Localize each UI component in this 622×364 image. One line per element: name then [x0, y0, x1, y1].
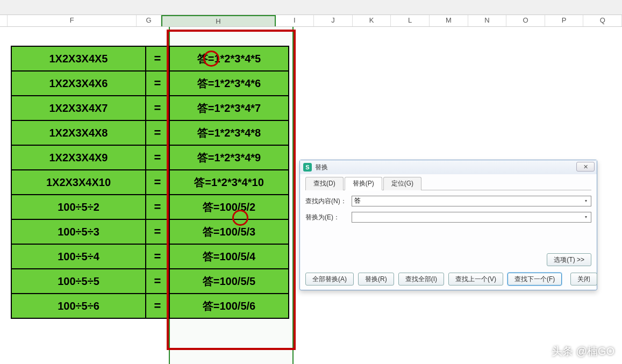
- cell-g[interactable]: =: [146, 294, 169, 318]
- find-label: 查找内容(N)：: [305, 197, 352, 206]
- replace-all-button[interactable]: 全部替换(A): [305, 273, 354, 286]
- dropdown-arrow-icon[interactable]: ▾: [582, 213, 590, 221]
- tab-goto[interactable]: 定位(G): [383, 177, 421, 190]
- cell-g[interactable]: =: [146, 46, 169, 71]
- cell-f[interactable]: 100÷5÷6: [11, 294, 146, 318]
- cell-h[interactable]: 答=100/5/2: [169, 195, 289, 219]
- table-row: 100÷5÷6=答=100/5/6: [11, 294, 289, 318]
- find-input[interactable]: 答▾: [352, 196, 591, 206]
- cell-g[interactable]: =: [146, 219, 169, 244]
- colhead-H[interactable]: H: [161, 15, 276, 26]
- replace-row: 替换为(E)： ▾: [305, 212, 591, 223]
- cell-f[interactable]: 1X2X3X4X10: [11, 170, 146, 195]
- table-row: 1X2X3X4X9=答=1*2*3*4*9: [11, 145, 289, 170]
- spreadsheet-grid[interactable]: 1X2X3X4X5=答=1*2*3*4*51X2X3X4X6=答=1*2*3*4…: [0, 27, 622, 364]
- options-button[interactable]: 选项(T) >>: [547, 253, 591, 266]
- colhead-Q[interactable]: Q: [583, 15, 622, 26]
- cell-g[interactable]: =: [146, 120, 169, 145]
- cell-h[interactable]: 答=100/5/6: [169, 294, 289, 318]
- replace-label: 替换为(E)：: [305, 213, 352, 222]
- cell-h[interactable]: 答=1*2*3*4*6: [169, 71, 289, 96]
- window-titlebar-area: [0, 0, 622, 15]
- cell-g[interactable]: =: [146, 96, 169, 120]
- close-button[interactable]: 关闭: [570, 273, 597, 286]
- cell-g[interactable]: =: [146, 195, 169, 219]
- table-row: 1X2X3X4X6=答=1*2*3*4*6: [11, 71, 289, 96]
- colhead-O[interactable]: O: [506, 15, 545, 26]
- cell-f[interactable]: 1X2X3X4X5: [11, 46, 146, 71]
- dialog-tabs: 查找(D) 替换(P) 定位(G): [305, 176, 591, 190]
- find-prev-button[interactable]: 查找上一个(V): [448, 273, 503, 286]
- table-row: 1X2X3X4X8=答=1*2*3*4*8: [11, 120, 289, 145]
- table-row: 100÷5÷2=答=100/5/2: [11, 195, 289, 219]
- table-row: 1X2X3X4X7=答=1*2*3*4*7: [11, 96, 289, 120]
- cell-g[interactable]: =: [146, 145, 169, 170]
- cell-g[interactable]: =: [146, 170, 169, 195]
- tab-find[interactable]: 查找(D): [305, 177, 344, 190]
- find-all-button[interactable]: 查找全部(I): [398, 273, 444, 286]
- table-row: 1X2X3X4X5=答=1*2*3*4*5: [11, 46, 289, 71]
- dialog-title-text: 替换: [315, 163, 328, 172]
- cell-f[interactable]: 100÷5÷3: [11, 219, 146, 244]
- rowhead-corner: [0, 15, 8, 26]
- colhead-I[interactable]: I: [276, 15, 314, 26]
- cell-h[interactable]: 答=1*2*3*4*5: [169, 46, 289, 71]
- find-row: 查找内容(N)： 答▾: [305, 196, 591, 206]
- cell-f[interactable]: 100÷5÷2: [11, 195, 146, 219]
- cell-h[interactable]: 答=100/5/5: [169, 269, 289, 294]
- cell-h[interactable]: 答=1*2*3*4*8: [169, 120, 289, 145]
- cell-h[interactable]: 答=1*2*3*4*10: [169, 170, 289, 195]
- colhead-N[interactable]: N: [468, 15, 507, 26]
- colhead-P[interactable]: P: [545, 15, 584, 26]
- column-headers: F G H I J K L M N O P Q: [0, 15, 622, 27]
- table-row: 100÷5÷3=答=100/5/3: [11, 219, 289, 244]
- app-icon: S: [303, 163, 312, 172]
- table-row: 100÷5÷5=答=100/5/5: [11, 269, 289, 294]
- colhead-J[interactable]: J: [314, 15, 353, 26]
- cell-h[interactable]: 答=100/5/3: [169, 219, 289, 244]
- cell-f[interactable]: 1X2X3X4X7: [11, 96, 146, 120]
- table-row: 100÷5÷4=答=100/5/4: [11, 244, 289, 269]
- data-table: 1X2X3X4X5=答=1*2*3*4*51X2X3X4X6=答=1*2*3*4…: [11, 46, 289, 319]
- cell-f[interactable]: 1X2X3X4X8: [11, 120, 146, 145]
- watermark: 头条 @楠GO: [552, 344, 614, 359]
- table-row: 1X2X3X4X10=答=1*2*3*4*10: [11, 170, 289, 195]
- colhead-L[interactable]: L: [391, 15, 430, 26]
- dialog-button-row: 全部替换(A) 替换(R) 查找全部(I) 查找上一个(V) 查找下一个(F) …: [305, 273, 591, 286]
- cell-g[interactable]: =: [146, 71, 169, 96]
- find-replace-dialog: S 替换 ✕ 查找(D) 替换(P) 定位(G) 查找内容(N)： 答▾ 替换为…: [299, 160, 597, 290]
- cell-h[interactable]: 答=100/5/4: [169, 244, 289, 269]
- dialog-close-button[interactable]: ✕: [576, 162, 595, 172]
- cell-h[interactable]: 答=1*2*3*4*7: [169, 96, 289, 120]
- cell-f[interactable]: 1X2X3X4X6: [11, 71, 146, 96]
- dropdown-arrow-icon[interactable]: ▾: [582, 197, 590, 205]
- find-next-button[interactable]: 查找下一个(F): [507, 273, 562, 286]
- cell-f[interactable]: 100÷5÷4: [11, 244, 146, 269]
- cell-g[interactable]: =: [146, 269, 169, 294]
- cell-h[interactable]: 答=1*2*3*4*9: [169, 145, 289, 170]
- cell-f[interactable]: 100÷5÷5: [11, 269, 146, 294]
- colhead-F[interactable]: F: [8, 15, 137, 26]
- colhead-K[interactable]: K: [353, 15, 391, 26]
- replace-input[interactable]: ▾: [352, 212, 591, 223]
- colhead-G[interactable]: G: [137, 15, 161, 26]
- colhead-M[interactable]: M: [430, 15, 468, 26]
- tab-replace[interactable]: 替换(P): [345, 177, 382, 190]
- cell-f[interactable]: 1X2X3X4X9: [11, 145, 146, 170]
- dialog-body: 查找(D) 替换(P) 定位(G) 查找内容(N)： 答▾ 替换为(E)： ▾ …: [300, 174, 597, 290]
- replace-button[interactable]: 替换(R): [358, 273, 394, 286]
- dialog-titlebar[interactable]: S 替换 ✕: [300, 160, 597, 174]
- cell-g[interactable]: =: [146, 244, 169, 269]
